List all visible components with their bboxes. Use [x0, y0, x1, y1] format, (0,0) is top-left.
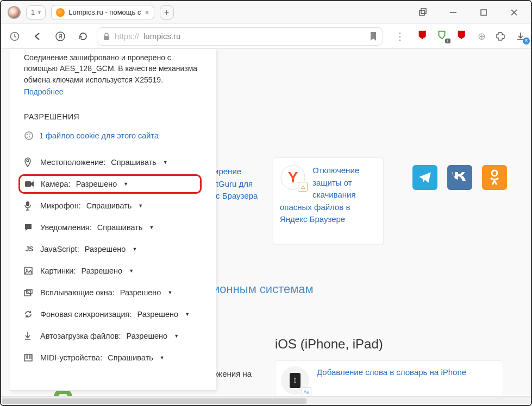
svg-rect-24	[26, 201, 29, 206]
perm-value: Разрешено	[76, 180, 117, 188]
cookies-row[interactable]: 1 файлов cookie для этого сайта	[24, 131, 202, 141]
perm-label: MIDI-устройства:	[40, 353, 102, 362]
perm-value: Спрашивать	[97, 223, 143, 232]
address-bar[interactable]: https:// lumpics.ru	[97, 27, 383, 46]
svg-text:Я: Я	[58, 34, 62, 40]
svg-point-18	[27, 134, 28, 135]
perm-label: Камера:	[41, 180, 71, 188]
app-icon	[8, 6, 21, 19]
perm-value: Разрешено	[120, 288, 161, 297]
downloads-button[interactable]: 8	[515, 30, 527, 42]
section-heading-fragment: ионным системам	[213, 282, 314, 296]
chevron-down-icon: ▼	[167, 290, 172, 295]
perm-value: Спрашивать	[86, 201, 132, 210]
perm-background-sync[interactable]: Фоновая синхронизация: Разрешено ▼	[24, 304, 202, 324]
link-fragment-1[interactable]: ширение	[208, 166, 273, 178]
camera-icon	[24, 180, 35, 188]
perm-microphone[interactable]: Микрофон: Спрашивать ▼	[24, 196, 202, 215]
svg-point-22	[27, 160, 29, 162]
menu-button[interactable]: ⋮	[391, 27, 409, 46]
page-content: ширение ketGuru для екс Браузера Y ⚠ Отк…	[1, 49, 531, 395]
browser-tab[interactable]: Lumpics.ru - помощь с ×	[51, 5, 154, 20]
notification-icon	[24, 223, 35, 232]
chevron-down-icon: ▼	[174, 333, 179, 339]
ok-button[interactable]	[482, 165, 507, 190]
link-fragment-2[interactable]: ketGuru для	[208, 178, 273, 191]
cookie-icon	[24, 131, 34, 141]
download-icon	[24, 332, 35, 340]
chevron-down-icon: ▼	[129, 268, 134, 274]
tab-title: Lumpics.ru - помощь с	[68, 8, 141, 16]
tab-close-icon[interactable]: ×	[145, 8, 149, 17]
lock-icon[interactable]	[103, 32, 110, 41]
horizontal-scrollbar[interactable]	[1, 396, 531, 405]
tab-count: 1	[31, 8, 35, 16]
shield-red-icon[interactable]: ⛊	[456, 30, 468, 42]
perm-auto-download[interactable]: Автозагрузка файлов: Разрешено ▼	[24, 326, 202, 346]
ios-section-heading: iOS (iPhone, iPad)	[275, 337, 383, 352]
chevron-down-icon: ▼	[160, 355, 165, 360]
svg-point-21	[27, 137, 28, 138]
svg-rect-3	[481, 10, 486, 15]
translate-icon[interactable]: ⊕	[475, 30, 487, 42]
perm-label: JavaScript:	[40, 245, 79, 253]
chevron-down-icon: ▼	[185, 312, 190, 317]
svg-point-19	[29, 134, 30, 135]
perm-value: Разрешено	[137, 310, 179, 319]
chevron-down-icon: ▼	[123, 181, 128, 187]
minimize-button[interactable]	[445, 4, 461, 21]
assistant-button[interactable]: Я	[51, 27, 70, 46]
warning-badge-icon: ⚠	[298, 182, 308, 192]
perm-javascript[interactable]: JS JavaScript: Разрешено ▼	[24, 239, 202, 259]
perm-label: Местоположение:	[40, 158, 105, 167]
perm-midi[interactable]: MIDI-устройства: Спрашивать ▼	[24, 348, 202, 367]
tab-counter[interactable]: 1 ▾	[26, 5, 46, 20]
svg-rect-27	[24, 290, 30, 296]
url-protocol: https://	[115, 31, 139, 41]
perm-images[interactable]: Картинки: Разрешено ▼	[24, 261, 202, 281]
popup-icon	[24, 289, 35, 296]
javascript-icon: JS	[24, 245, 35, 253]
back-button[interactable]	[28, 27, 47, 46]
perm-value: Разрешено	[127, 332, 168, 340]
perm-popups[interactable]: Всплывающие окна: Разрешено ▼	[24, 283, 202, 302]
vk-button[interactable]	[447, 165, 472, 190]
adblock-icon[interactable]: ⛊	[417, 30, 429, 42]
bookmark-icon[interactable]	[370, 31, 377, 41]
reload-button[interactable]	[74, 27, 92, 46]
copy-window-button[interactable]	[415, 4, 431, 21]
perm-location[interactable]: Местоположение: Спрашивать ▼	[24, 153, 202, 172]
scrollbar-thumb[interactable]	[2, 398, 306, 404]
dictionary-badge-icon: Aa	[302, 387, 311, 397]
history-button[interactable]	[5, 27, 24, 46]
perm-camera[interactable]: Камера: Разрешено ▼	[18, 174, 202, 194]
security-icon[interactable]: ⛉1	[436, 30, 448, 42]
tab-favicon	[56, 8, 65, 17]
link-fragment-3[interactable]: екс Браузера	[208, 190, 273, 202]
chevron-down-icon: ▼	[132, 246, 137, 252]
extensions-icon[interactable]	[495, 30, 507, 42]
iphone-icon: Aa	[281, 366, 309, 395]
maximize-button[interactable]	[475, 4, 492, 21]
more-link[interactable]: Подробнее	[24, 87, 64, 96]
ios-article-link[interactable]: Добавление слова в словарь на iPhone	[317, 366, 466, 378]
telegram-button[interactable]	[412, 165, 437, 190]
perm-notifications[interactable]: Уведомления: Спрашивать ▼	[24, 218, 202, 237]
cookies-link[interactable]: 1 файлов cookie для этого сайта	[39, 131, 159, 140]
new-tab-button[interactable]: +	[160, 5, 174, 20]
image-icon	[24, 267, 35, 275]
perm-label: Автозагрузка файлов:	[40, 332, 121, 340]
perm-value: Спрашивать	[108, 353, 153, 362]
svg-point-20	[29, 136, 30, 137]
perm-value: Разрешено	[81, 267, 122, 275]
yandex-browser-icon: Y ⚠	[280, 164, 306, 191]
svg-rect-9	[104, 36, 109, 40]
perm-value: Спрашивать	[111, 158, 157, 167]
article-card-1[interactable]: Y ⚠ Отключение защиты от скачивания опас…	[273, 157, 384, 244]
microphone-icon	[24, 201, 35, 211]
perm-label: Картинки:	[40, 267, 76, 275]
midi-icon	[24, 354, 35, 361]
social-buttons	[412, 165, 507, 190]
close-window-button[interactable]	[506, 4, 522, 21]
svg-rect-0	[420, 10, 424, 15]
